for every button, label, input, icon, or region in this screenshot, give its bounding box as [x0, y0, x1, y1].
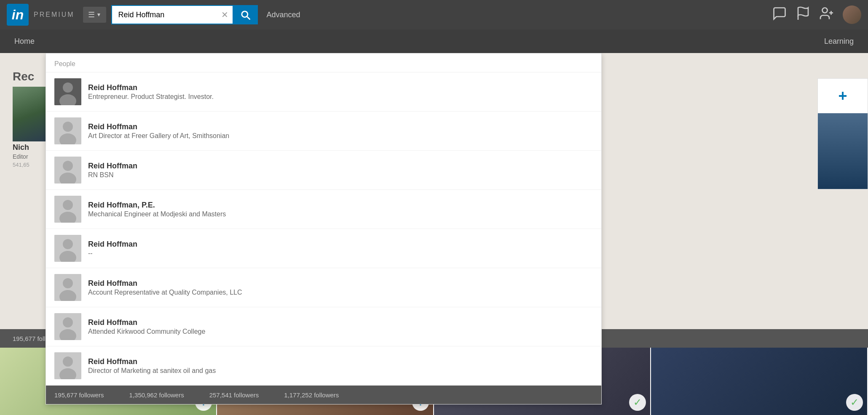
suggestion-desc-7: Attended Kirkwood Community College: [88, 328, 593, 335]
search-input[interactable]: [111, 5, 233, 24]
avatar-4: [54, 196, 81, 223]
person-title-partial: Editor: [13, 153, 28, 160]
suggestion-name-2: Reid Hoffman: [88, 122, 593, 131]
messages-icon[interactable]: [772, 6, 787, 24]
clear-button[interactable]: ✕: [221, 10, 228, 20]
main-content: Rec Nich Editor 541,65 + 195,677 followe…: [0, 53, 868, 415]
right-panel-partial: +: [817, 78, 868, 189]
suggestion-name-4: Reid Hoffman, P.E.: [88, 201, 593, 210]
nav-icons: [772, 5, 861, 24]
subnav-learning[interactable]: Learning: [822, 37, 855, 46]
follower-count-partial: 541,65: [13, 162, 29, 168]
search-icon: [239, 9, 251, 21]
flag-icon[interactable]: [796, 6, 811, 24]
suggestion-item-4[interactable]: Reid Hoffman, P.E. Mechanical Engineer a…: [46, 190, 601, 229]
search-bar: ✕: [111, 5, 258, 24]
check-button-4[interactable]: ✓: [846, 394, 863, 411]
avatar-5: [54, 235, 81, 262]
footer-stat-4: 1,177,252 followers: [284, 391, 339, 399]
avatar-2: [54, 117, 81, 144]
avatar-7: [54, 313, 81, 340]
suggestion-text-1: Reid Hoffman Entrepreneur. Product Strat…: [88, 83, 593, 101]
person-name-partial: Nich: [13, 143, 29, 152]
suggestion-name-8: Reid Hoffman: [88, 357, 593, 366]
svg-point-23: [63, 317, 73, 327]
suggestion-item-6[interactable]: Reid Hoffman Account Representative at Q…: [46, 268, 601, 307]
dropdown-footer-bar: 195,677 followers 1,350,962 followers 25…: [46, 386, 601, 404]
person-silhouette-icon-2: [54, 117, 81, 144]
suggestion-item-8[interactable]: Reid Hoffman Director of Marketing at sa…: [46, 346, 601, 386]
name-plain-4: Reid Hoffman: [88, 201, 137, 209]
menu-chevron: ▼: [96, 12, 102, 18]
suggestion-desc-6: Account Representative at Quality Compan…: [88, 289, 593, 296]
svg-point-8: [63, 122, 73, 132]
advanced-link[interactable]: Advanced: [266, 11, 300, 19]
search-dropdown: People Reid Hoffman Entrepreneur. Produc…: [46, 53, 602, 404]
search-wrapper: ✕: [111, 5, 233, 24]
subnav-home[interactable]: Home: [13, 37, 36, 46]
suggestion-text-5: Reid Hoffman --: [88, 240, 593, 257]
suggestion-name-3: Reid Hoffman: [88, 162, 593, 170]
suggestion-name-7: Reid Hoffman: [88, 318, 593, 327]
avatar[interactable]: [843, 5, 861, 24]
menu-button[interactable]: ☰ ▼: [83, 7, 107, 23]
bottom-card-4: ✓: [651, 348, 868, 415]
search-button[interactable]: [233, 5, 258, 24]
footer-stat-1: 195,677 followers: [54, 391, 104, 399]
logo-text: in: [12, 7, 24, 23]
svg-point-5: [63, 82, 73, 93]
svg-point-20: [63, 278, 73, 288]
linkedin-logo[interactable]: in: [7, 4, 29, 26]
check-button-3[interactable]: ✓: [629, 394, 646, 411]
suggestion-text-8: Reid Hoffman Director of Marketing at sa…: [88, 357, 593, 375]
suggestion-item-2[interactable]: Reid Hoffman Art Director at Freer Galle…: [46, 112, 601, 151]
premium-label: PREMIUM: [34, 11, 75, 19]
svg-point-26: [63, 356, 73, 367]
suggestion-desc-8: Director of Marketing at sanitex oil and…: [88, 367, 593, 375]
dropdown-header: People: [46, 53, 601, 72]
suggestion-desc-5: --: [88, 250, 593, 257]
suggestion-text-4: Reid Hoffman, P.E. Mechanical Engineer a…: [88, 201, 593, 218]
person-silhouette-icon-3: [54, 157, 81, 184]
svg-point-11: [63, 161, 73, 171]
svg-point-14: [63, 200, 73, 210]
suggestion-item-5[interactable]: Reid Hoffman --: [46, 229, 601, 268]
suggestion-item-1[interactable]: Reid Hoffman Entrepreneur. Product Strat…: [46, 72, 601, 112]
svg-point-1: [822, 8, 828, 13]
suggestion-text-2: Reid Hoffman Art Director at Freer Galle…: [88, 122, 593, 140]
right-add-button[interactable]: +: [818, 79, 868, 113]
footer-stat-2: 1,350,962 followers: [129, 391, 184, 399]
suggestion-item-3[interactable]: Reid Hoffman RN BSN: [46, 151, 601, 190]
avatar-1: [54, 78, 81, 105]
suggestion-desc-1: Entrepreneur. Product Strategist. Invest…: [88, 93, 593, 101]
suggestion-text-3: Reid Hoffman RN BSN: [88, 162, 593, 179]
person-silhouette-icon-6: [54, 274, 81, 301]
suggestion-item-7[interactable]: Reid Hoffman Attended Kirkwood Community…: [46, 307, 601, 346]
person-silhouette-icon-8: [54, 352, 81, 379]
navbar: in PREMIUM ☰ ▼ ✕ Advanced: [0, 0, 868, 29]
svg-point-17: [63, 239, 73, 249]
subnav: Home Learning: [0, 29, 868, 53]
person-silhouette-icon-5: [54, 235, 81, 262]
person-silhouette-icon-4: [54, 196, 81, 223]
avatar-6: [54, 274, 81, 301]
suggestion-name-5: Reid Hoffman: [88, 240, 593, 249]
add-person-icon[interactable]: [819, 6, 834, 24]
suggestion-desc-3: RN BSN: [88, 171, 593, 179]
suggestion-name-6: Reid Hoffman: [88, 279, 593, 288]
suggestion-name-1: Reid Hoffman: [88, 83, 593, 92]
suggestion-desc-2: Art Director at Freer Gallery of Art, Sm…: [88, 132, 593, 140]
suggestion-text-6: Reid Hoffman Account Representative at Q…: [88, 279, 593, 296]
rec-title-partial: Rec: [13, 70, 34, 83]
dropdown-category-label: People: [54, 60, 75, 67]
footer-stat-3: 257,541 followers: [209, 391, 259, 399]
menu-icon: ☰: [88, 10, 95, 19]
person-photo-icon-1: [54, 78, 81, 105]
suggestion-desc-4: Mechanical Engineer at Modjeski and Mast…: [88, 210, 593, 218]
avatar-8: [54, 352, 81, 379]
suggestion-text-7: Reid Hoffman Attended Kirkwood Community…: [88, 318, 593, 335]
right-image: [818, 113, 868, 189]
person-silhouette-icon-7: [54, 313, 81, 340]
avatar-3: [54, 157, 81, 184]
name-bold-4: , P.E.: [137, 201, 155, 209]
